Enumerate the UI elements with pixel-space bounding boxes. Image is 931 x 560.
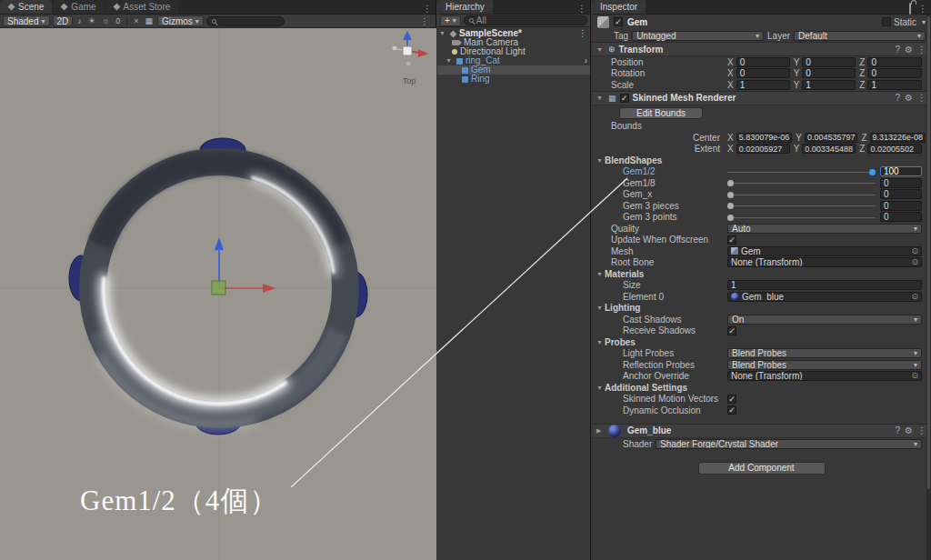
component-menu-icon[interactable]: ⋮ — [917, 93, 926, 103]
blendshape-slider[interactable] — [727, 177, 876, 188]
center-y-field[interactable]: 0.004535797 — [805, 133, 858, 143]
cast-shadows-dropdown[interactable]: On ▾ — [727, 315, 922, 325]
dynamic-occlusion-checkbox[interactable]: ✓ — [727, 405, 736, 415]
probes-foldout[interactable]: ▼Probes — [592, 336, 931, 348]
foldout-icon[interactable]: ▼ — [596, 95, 605, 101]
2d-toggle-button[interactable]: 2D — [53, 15, 74, 26]
update-offscreen-checkbox[interactable]: ✓ — [727, 235, 736, 245]
blendshapes-foldout[interactable]: ▼BlendShapes — [592, 155, 931, 166]
component-enabled-checkbox[interactable]: ✓ — [620, 94, 629, 103]
hierarchy-panel-menu-icon[interactable]: ⋮ — [574, 4, 590, 14]
blendshape-slider[interactable] — [727, 212, 876, 223]
foldout-icon[interactable]: ▼ — [439, 29, 447, 38]
tab-game[interactable]: Game — [53, 0, 104, 14]
chevron-down-icon[interactable]: ▾ — [922, 18, 926, 26]
center-x-field[interactable]: 5.830079e-06 — [736, 133, 793, 143]
object-picker-icon[interactable]: ⊙ — [911, 247, 918, 255]
scene-panel-menu-icon[interactable]: ⋮ — [419, 4, 435, 14]
prefab-open-arrow[interactable]: › — [585, 56, 587, 65]
transform-component-header[interactable]: ▼ ⊕ Transform ? ⚙ ⋮ — [592, 42, 931, 56]
help-icon[interactable]: ? — [895, 425, 900, 435]
hierarchy-item-scene[interactable]: ▼ SampleScene* ⋮ — [437, 29, 590, 38]
materials-size-field[interactable]: 1 — [727, 280, 922, 290]
blendshape-value-field[interactable]: 0 — [880, 178, 922, 188]
center-z-field[interactable]: 9.313226e-08 — [870, 133, 926, 143]
rotation-z-field[interactable]: 0 — [867, 68, 922, 78]
blendshape-value-field[interactable]: 0 — [880, 201, 922, 211]
tab-scene[interactable]: Scene — [0, 0, 52, 14]
root-bone-object-field[interactable]: None (Transform) ⊙ — [727, 257, 922, 267]
blendshape-value-field[interactable]: 100 — [880, 166, 922, 176]
rotation-y-field[interactable]: 0 — [802, 68, 856, 78]
create-object-button[interactable]: + ▾ — [440, 15, 461, 26]
tag-dropdown[interactable]: Untagged ▾ — [632, 31, 764, 41]
position-x-field[interactable]: 0 — [736, 57, 790, 67]
blendshape-slider[interactable] — [727, 189, 876, 200]
scale-x-field[interactable]: 1 — [736, 80, 790, 90]
foldout-icon[interactable]: ▶ — [596, 427, 605, 435]
edit-bounds-button[interactable]: Edit Bounds — [619, 107, 703, 119]
component-menu-icon[interactable]: ⋮ — [917, 425, 926, 435]
preset-icon[interactable]: ⚙ — [905, 45, 913, 55]
skinned-motion-vectors-checkbox[interactable]: ✓ — [727, 395, 736, 404]
receive-shadows-checkbox[interactable]: ✓ — [727, 326, 736, 335]
inspector-scrollbar[interactable] — [926, 15, 931, 560]
shader-dropdown[interactable]: Shader Forge/Crystal Shader ▾ — [656, 439, 922, 449]
effects-dropdown-icon[interactable]: ☼ — [100, 15, 111, 26]
extent-z-field[interactable]: 0.02005502 — [867, 144, 922, 154]
hierarchy-item-main-camera[interactable]: Main Camera — [437, 38, 590, 47]
foldout-icon[interactable]: ▼ — [596, 305, 605, 311]
anchor-override-object-field[interactable]: None (Transform) ⊙ — [727, 371, 922, 381]
preset-icon[interactable]: ⚙ — [905, 93, 913, 103]
lighting-foldout[interactable]: ▼Lighting — [592, 303, 931, 315]
active-checkbox[interactable]: ✓ — [614, 17, 623, 26]
reflection-probes-dropdown[interactable]: Blend Probes ▾ — [727, 360, 922, 370]
help-icon[interactable]: ? — [895, 45, 900, 55]
lock-icon[interactable] — [906, 4, 915, 14]
blendshape-value-field[interactable]: 0 — [880, 212, 922, 222]
audio-toggle-icon[interactable]: ♪ — [75, 15, 84, 26]
object-picker-icon[interactable]: ⊙ — [911, 258, 918, 266]
scene-toolbar-menu-icon[interactable]: ⋮ — [416, 16, 433, 26]
gizmos-dropdown[interactable]: Gizmos ▾ — [157, 15, 204, 26]
position-y-field[interactable]: 0 — [802, 57, 856, 67]
material-header[interactable]: ▶ Gem_blue ? ⚙ ⋮ — [592, 424, 931, 438]
light-probes-dropdown[interactable]: Blend Probes ▾ — [727, 348, 922, 358]
foldout-icon[interactable]: ▼ — [596, 157, 605, 164]
tab-hierarchy[interactable]: Hierarchy — [437, 0, 493, 14]
extent-x-field[interactable]: 0.02005927 — [736, 144, 790, 154]
mesh-object-field[interactable]: Gem ⊙ — [727, 246, 922, 256]
scene-viewport[interactable]: Top Gem1/2（4個） — [0, 28, 436, 560]
hierarchy-item-directional-light[interactable]: Directional Light — [437, 47, 590, 56]
tab-asset-store[interactable]: Asset Store — [105, 0, 179, 14]
scale-y-field[interactable]: 1 — [802, 80, 856, 90]
blendshape-slider[interactable] — [727, 166, 876, 177]
add-component-button[interactable]: Add Component — [698, 462, 826, 475]
foldout-icon[interactable]: ▼ — [596, 46, 605, 53]
scale-z-field[interactable]: 1 — [867, 80, 922, 90]
scene-options-menu-icon[interactable]: ⋮ — [578, 29, 587, 38]
extent-y-field[interactable]: 0.003345488 — [802, 144, 856, 154]
quality-dropdown[interactable]: Auto ▾ — [727, 224, 922, 234]
skinned-mesh-renderer-header[interactable]: ▼ ▦ ✓ Skinned Mesh Renderer ? ⚙ ⋮ — [592, 91, 931, 105]
foldout-icon[interactable]: ▼ — [445, 56, 454, 65]
layer-dropdown[interactable]: Default ▾ — [794, 31, 926, 41]
draw-mode-dropdown[interactable]: Shaded ▾ — [3, 15, 50, 26]
component-tools-icon[interactable]: × — [132, 15, 140, 26]
scene-search-input[interactable] — [206, 16, 285, 26]
hierarchy-search-input[interactable]: All — [464, 15, 587, 25]
rotation-x-field[interactable]: 0 — [736, 68, 790, 78]
grid-settings-icon[interactable]: ▦ — [143, 15, 155, 26]
component-menu-icon[interactable]: ⋮ — [917, 45, 926, 55]
blendshape-value-field[interactable]: 0 — [880, 189, 922, 199]
settings-gear-icon[interactable]: ⚙ — [905, 425, 913, 435]
hierarchy-item-ring[interactable]: Ring — [437, 75, 590, 84]
inspector-panel-menu-icon[interactable]: ⋮ — [915, 4, 931, 14]
help-icon[interactable]: ? — [895, 93, 900, 103]
hierarchy-item-gem[interactable]: Gem — [437, 65, 590, 75]
tab-inspector[interactable]: Inspector — [592, 0, 646, 14]
scene-visibility-count[interactable]: 0 — [114, 15, 122, 26]
foldout-icon[interactable]: ▼ — [596, 271, 605, 277]
object-picker-icon[interactable]: ⊙ — [911, 293, 918, 301]
gameobject-name[interactable]: Gem — [627, 17, 647, 27]
